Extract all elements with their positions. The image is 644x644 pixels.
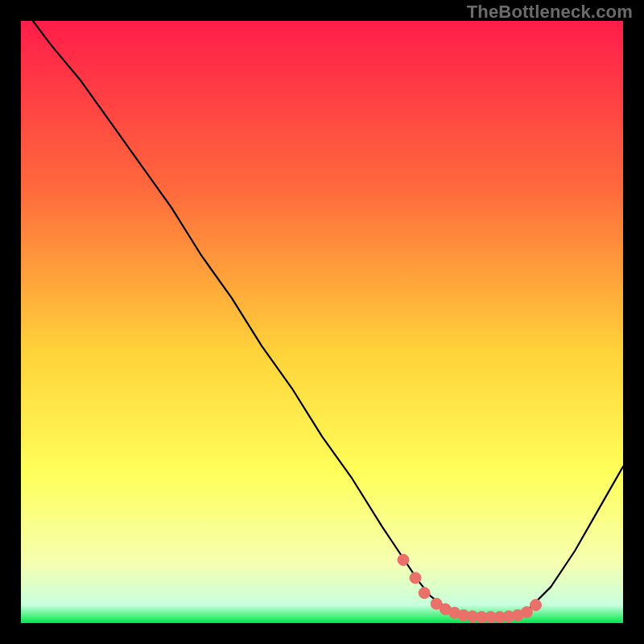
marker-dot [410,572,421,584]
marker-dot [530,600,542,611]
watermark-text: TheBottleneck.com [467,2,633,23]
marker-dot [419,588,430,599]
plot-area [21,21,623,623]
marker-dot [398,554,409,565]
marker-dot [521,607,532,618]
gradient-background [21,21,623,623]
bottleneck-chart [21,21,623,623]
figure-root: TheBottleneck.com [0,0,644,644]
